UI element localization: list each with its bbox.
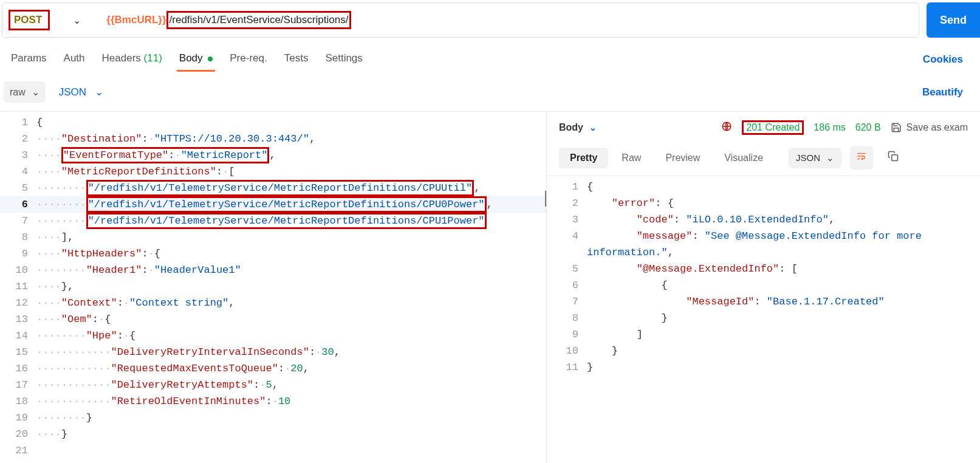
code-line[interactable]: 2····"Destination":·"HTTPS://10.20.30.3:… [0,131,546,147]
tab-headers-count: (11) [144,52,162,64]
tab-headers-label: Headers [102,52,141,64]
response-header: Body ⌄ 201 Created 186 ms 620 B Save as … [547,112,980,140]
tab-params[interactable]: Params [2,49,55,70]
request-url[interactable]: {{BmcURL}} /redfish/v1/EventService/Subs… [106,11,351,29]
body-type-label: raw [10,87,26,98]
request-body-editor[interactable]: 1{2····"Destination":·"HTTPS://10.20.30.… [0,112,547,463]
response-section-label: Body [559,122,583,133]
code-line[interactable]: 13····"Oem":·{ [0,311,546,328]
code-line[interactable]: 7········"/redfish/v1/TelemetryService/M… [0,213,546,229]
code-line[interactable]: 16············"RequestedMaxEventsToQueue… [0,360,546,377]
code-line[interactable]: 5 "@Message.ExtendedInfo": [ [550,261,980,277]
save-as-example-button[interactable]: Save as exam [891,122,968,133]
code-line[interactable]: 3 "code": "iLO.0.10.ExtendedInfo", [550,211,980,228]
response-lang-select[interactable]: JSON ⌄ [789,148,841,168]
code-line[interactable]: 8····], [0,229,546,245]
response-size: 620 B [855,122,881,133]
resp-tab-visualize[interactable]: Visualize [713,148,774,168]
code-line[interactable]: 9 ] [550,326,980,343]
tab-prereq[interactable]: Pre-req. [221,49,275,70]
status-badge: 201 Created [742,120,804,135]
beautify-button[interactable]: Beautify [922,86,963,98]
code-line[interactable]: 15············"DeliveryRetryIntervalInSe… [0,344,546,360]
body-type-select[interactable]: raw ⌄ [4,81,46,103]
response-time: 186 ms [814,122,845,133]
http-method[interactable]: POST [9,10,50,30]
code-line[interactable]: 11} [550,359,980,376]
code-line[interactable]: 9····"HttpHeaders":·{ [0,245,546,262]
tab-body[interactable]: Body [171,49,221,70]
unsaved-dot-icon [208,57,213,61]
code-line[interactable]: 6 { [550,277,980,293]
svg-rect-3 [892,155,898,161]
response-lang-label: JSON [796,153,820,163]
chevron-down-icon: ⌄ [826,153,834,163]
body-sub-controls: raw ⌄ JSON ⌄ Beautify [0,70,980,111]
response-tabs: Pretty Raw Preview Visualize JSON ⌄ [547,140,980,176]
code-line[interactable]: 10 } [550,343,980,359]
cookies-link[interactable]: Cookies [923,53,963,66]
save-as-example-label: Save as exam [906,122,968,133]
code-line[interactable]: 8 } [550,310,980,326]
response-section-select[interactable]: Body ⌄ [559,122,597,133]
response-pane: Body ⌄ 201 Created 186 ms 620 B Save as … [547,112,980,463]
globe-icon[interactable] [721,121,732,134]
chevron-down-icon: ⌄ [32,86,39,98]
body-lang-label: JSON [59,86,86,98]
code-line[interactable]: 12····"Context":·"Context string", [0,295,546,311]
tab-body-label: Body [179,52,203,64]
code-line[interactable]: 6········"/redfish/v1/TelemetryService/M… [0,196,546,213]
url-variable: {{BmcURL}} [106,14,166,26]
resp-tab-raw[interactable]: Raw [611,148,652,168]
code-line[interactable]: 14········"Hpe":·{ [0,328,546,344]
code-line[interactable]: 11····}, [0,278,546,295]
code-line[interactable]: 18············"RetireOldEventInMinutes":… [0,393,546,410]
code-line[interactable]: 4····"MetricReportDefinitions":·[ [0,163,546,180]
code-line[interactable]: 7 "MessageId": "Base.1.17.Created" [550,293,980,310]
code-line[interactable]: 5········"/redfish/v1/TelemetryService/M… [0,180,546,196]
tab-headers[interactable]: Headers (11) [94,49,171,70]
tab-tests[interactable]: Tests [276,49,317,70]
tab-auth[interactable]: Auth [55,49,94,70]
code-line[interactable]: 19········} [0,410,546,426]
response-body-viewer[interactable]: 1{2 "error": {3 "code": "iLO.0.10.Extend… [547,176,980,376]
wrap-lines-button[interactable] [850,146,873,170]
resp-tab-preview[interactable]: Preview [654,148,711,168]
code-line[interactable]: 1{ [550,179,980,195]
copy-icon[interactable] [882,146,905,170]
request-tabs: Params Auth Headers (11) Body Pre-req. T… [0,38,980,70]
url-path: /redfish/v1/EventService/Subscriptions/ [166,11,352,29]
code-line[interactable]: 3····"EventFormatType":·"MetricReport", [0,147,546,163]
url-group[interactable]: POST ⌄ {{BmcURL}} /redfish/v1/EventServi… [2,2,919,38]
chevron-down-icon[interactable]: ⌄ [73,15,81,26]
code-line[interactable]: 4 "message": "See @Message.ExtendedInfo … [550,228,980,261]
chevron-down-icon: ⌄ [95,86,103,98]
resp-tab-pretty[interactable]: Pretty [559,148,608,168]
code-line[interactable]: 1{ [0,114,546,131]
code-line[interactable]: 10········"Header1":·"HeaderValue1" [0,262,546,278]
code-line[interactable]: 2 "error": { [550,195,980,211]
tab-settings[interactable]: Settings [317,49,371,70]
request-bar: POST ⌄ {{BmcURL}} /redfish/v1/EventServi… [0,2,980,38]
chevron-down-icon: ⌄ [589,123,597,132]
code-line[interactable]: 20····} [0,426,546,442]
code-line[interactable]: 21 [0,442,546,459]
body-lang-select[interactable]: JSON ⌄ [59,86,103,98]
send-button[interactable]: Send [927,2,980,38]
code-line[interactable]: 17············"DeliveryRetryAttempts":·5… [0,377,546,393]
